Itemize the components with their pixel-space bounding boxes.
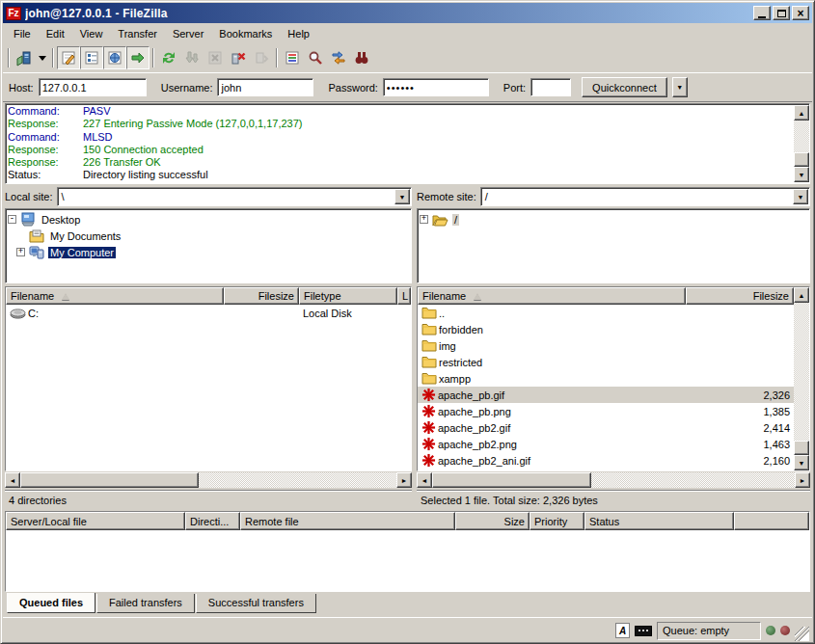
remote-status-text: Selected 1 file. Total size: 2,326 bytes [421, 495, 598, 506]
remote-site-dropdown-button[interactable]: ▼ [793, 189, 808, 204]
local-site-dropdown-button[interactable]: ▼ [394, 189, 410, 204]
site-manager-dropdown-button[interactable] [36, 46, 49, 69]
username-input[interactable] [217, 78, 313, 96]
expand-icon[interactable]: + [16, 248, 25, 256]
toggle-remote-tree-button[interactable] [103, 46, 126, 69]
synchronized-browsing-button[interactable] [350, 46, 373, 69]
scroll-left-button[interactable]: ◄ [417, 472, 432, 488]
scroll-left-button[interactable]: ◄ [5, 472, 20, 488]
column-header-filename[interactable]: Filename [418, 287, 686, 305]
maximize-button[interactable] [773, 6, 790, 20]
scrollbar-thumb[interactable] [432, 472, 591, 488]
menu-file[interactable]: File [6, 25, 39, 42]
scroll-up-button[interactable]: ▲ [794, 105, 809, 121]
folder-icon [421, 356, 437, 368]
log-line-type: Response: [8, 144, 83, 156]
column-header-status[interactable]: Status [584, 512, 734, 530]
remote-horizontal-scrollbar[interactable]: ◄ ► [417, 472, 810, 488]
quickconnect-dropdown-button[interactable]: ▼ [672, 77, 688, 97]
menu-bookmarks[interactable]: Bookmarks [211, 25, 280, 42]
scrollbar-thumb[interactable] [794, 441, 809, 455]
remote-file-row[interactable]: apache_pb2.gif 2,414 [418, 419, 794, 436]
local-site-combo[interactable]: \ ▼ [57, 187, 412, 206]
scrollbar-thumb[interactable] [20, 472, 199, 488]
remote-file-row[interactable]: apache_pb2_ani.gif 2,160 [418, 452, 794, 469]
menu-edit[interactable]: Edit [39, 25, 72, 42]
tab-failed-transfers[interactable]: Failed transfers [96, 594, 195, 613]
tree-item-my-computer[interactable]: + My Computer [8, 244, 409, 260]
scroll-up-button[interactable]: ▲ [794, 287, 809, 303]
remote-site-combo[interactable]: / ▼ [480, 187, 810, 206]
column-label: L [402, 290, 408, 302]
scrollbar-track[interactable] [199, 472, 396, 488]
cancel-operation-button[interactable] [204, 46, 227, 69]
resize-grip[interactable] [795, 627, 809, 641]
tree-item-root[interactable]: + / [420, 211, 807, 228]
remote-file-row[interactable]: restricted [418, 354, 794, 370]
tree-item-my-documents[interactable]: My Documents [8, 228, 409, 244]
remote-file-row[interactable]: apache_pb.png 1,385 [418, 403, 794, 419]
disconnect-button[interactable] [227, 46, 250, 69]
tab-successful-transfers[interactable]: Successful transfers [196, 594, 316, 613]
menu-transfer[interactable]: Transfer [110, 25, 165, 42]
file-search-button[interactable] [304, 46, 327, 69]
log-scrollbar[interactable]: ▲ ▼ [794, 105, 809, 182]
menu-help[interactable]: Help [280, 25, 317, 42]
remote-file-row[interactable]: .. [418, 305, 794, 321]
queue-body[interactable] [6, 530, 809, 591]
tree-item-desktop[interactable]: - Desktop [8, 211, 409, 228]
quickconnect-button[interactable]: Quickconnect [582, 77, 667, 97]
column-header-lastmodified[interactable]: L [397, 287, 411, 305]
scroll-down-button[interactable]: ▼ [794, 167, 809, 182]
collapse-icon[interactable]: - [8, 215, 16, 224]
menu-server[interactable]: Server [165, 25, 211, 42]
expand-icon[interactable]: + [420, 215, 428, 224]
toggle-log-button[interactable] [57, 46, 80, 69]
site-manager-button[interactable] [13, 46, 36, 69]
titlebar[interactable]: Fz john@127.0.0.1 - FileZilla × [3, 3, 812, 23]
remote-file-row[interactable]: apache_pb2.png 1,463 [418, 436, 794, 452]
process-queue-button[interactable] [180, 46, 204, 69]
remote-vertical-scrollbar[interactable]: ▲ ▼ [794, 287, 809, 470]
menu-view[interactable]: View [72, 25, 111, 42]
scrollbar-track[interactable] [591, 472, 795, 488]
scroll-right-button[interactable]: ► [795, 472, 810, 488]
remote-file-row[interactable]: img [418, 337, 794, 354]
host-input[interactable] [39, 78, 147, 96]
transfer-type-indicator-icon[interactable]: A [615, 623, 630, 638]
local-file-row[interactable]: C: Local Disk [6, 305, 411, 321]
column-header-priority[interactable]: Priority [530, 512, 584, 530]
remote-file-row-selected[interactable]: apache_pb.gif 2,326 [418, 387, 794, 403]
reconnect-button[interactable] [250, 46, 273, 69]
remote-file-row[interactable]: forbidden [418, 321, 794, 337]
toggle-queue-button[interactable] [126, 46, 149, 69]
password-label: Password: [328, 82, 377, 94]
column-header-filetype[interactable]: Filetype [299, 287, 397, 305]
scrollbar-track[interactable] [794, 121, 809, 152]
scroll-down-button[interactable]: ▼ [794, 455, 809, 470]
tab-queued-files[interactable]: Queued files [7, 593, 95, 613]
speed-limit-indicator-icon[interactable] [635, 626, 652, 636]
refresh-button[interactable] [157, 46, 180, 69]
compare-directories-button[interactable] [327, 46, 350, 69]
scrollbar-thumb[interactable] [794, 152, 809, 167]
log-line: Response:227 Entering Passive Mode (127,… [8, 118, 794, 130]
local-horizontal-scrollbar[interactable]: ◄ ► [5, 472, 412, 488]
close-button[interactable]: × [792, 6, 809, 20]
column-header-remote-file[interactable]: Remote file [240, 512, 455, 530]
column-header-filesize[interactable]: Filesize [224, 287, 299, 305]
scroll-right-button[interactable]: ► [396, 472, 412, 488]
column-header-size[interactable]: Size [455, 512, 530, 530]
minimize-button[interactable] [753, 6, 771, 20]
port-input[interactable] [530, 78, 571, 96]
column-header-filesize[interactable]: Filesize [686, 287, 794, 305]
refresh-icon [161, 50, 177, 66]
column-header-server-local-file[interactable]: Server/Local file [6, 512, 185, 530]
remote-file-row[interactable]: xampp [418, 370, 794, 387]
column-header-filename[interactable]: Filename [6, 287, 224, 305]
scrollbar-track[interactable] [794, 303, 809, 441]
column-header-direction[interactable]: Directi... [185, 512, 240, 530]
filter-button[interactable] [281, 46, 304, 69]
password-input[interactable] [383, 78, 489, 96]
toggle-local-tree-button[interactable] [80, 46, 103, 69]
